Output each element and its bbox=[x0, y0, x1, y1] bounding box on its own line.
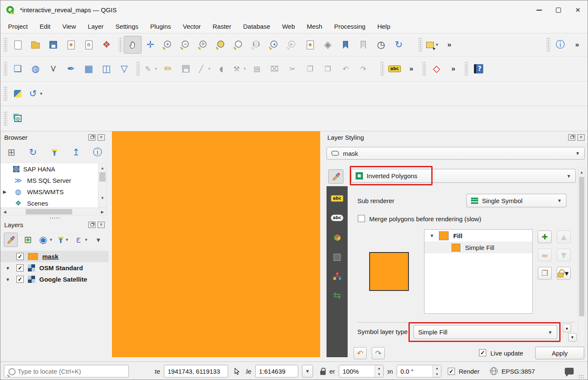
live-update-checkbox[interactable] bbox=[479, 349, 486, 356]
scale-dropdown-button[interactable]: ▼ bbox=[302, 365, 313, 377]
spin-up-icon[interactable]: ▲ bbox=[375, 365, 383, 371]
coordinate-input[interactable] bbox=[164, 365, 228, 377]
reload-plugins-dropdown[interactable]: ▼ bbox=[39, 92, 43, 96]
spin-down-icon[interactable]: ▼ bbox=[375, 371, 383, 377]
menu-edit[interactable]: Edit bbox=[34, 21, 57, 32]
add-web-layer[interactable]: ◍ bbox=[27, 60, 44, 78]
apply-button[interactable]: Apply bbox=[535, 347, 584, 359]
filter-by-expression[interactable]: ε▼ bbox=[74, 233, 88, 247]
spin-up-icon[interactable]: ▲ bbox=[433, 365, 441, 371]
scroll-down-icon[interactable]: ▼ bbox=[568, 333, 577, 342]
show-spatial-bookmarks[interactable] bbox=[354, 36, 372, 54]
add-symbol-layer[interactable]: ✚ bbox=[538, 231, 552, 243]
minimize-button[interactable] bbox=[529, 0, 549, 19]
new-memory-layer[interactable]: ▦ bbox=[80, 60, 98, 78]
layers-more-caret[interactable]: ▾ bbox=[92, 233, 105, 247]
open-layer-styling-panel[interactable] bbox=[4, 233, 18, 247]
manage-map-themes[interactable]: ◉▼ bbox=[38, 233, 53, 247]
filter-legend[interactable]: ▼ bbox=[56, 233, 70, 247]
renderer-selector[interactable]: Inverted Polygons ▼ bbox=[351, 169, 576, 183]
browser-item-wms-wmts[interactable]: ▶◍WMS/WMTS bbox=[0, 186, 98, 198]
map-canvas[interactable] bbox=[112, 131, 320, 357]
browser-float-button[interactable] bbox=[88, 134, 95, 141]
manage-map-themes-dropdown[interactable]: ▼ bbox=[49, 238, 53, 242]
browser-item-ms-sql-server[interactable]: ≫MS SQL Server bbox=[0, 175, 98, 186]
menu-plugins[interactable]: Plugins bbox=[144, 21, 177, 32]
close-button[interactable]: ✕ bbox=[568, 0, 588, 19]
new-shapefile-layer[interactable]: V bbox=[44, 60, 62, 78]
map-views-plugin[interactable]: ◍ bbox=[9, 110, 27, 128]
magnifier-spinbox[interactable]: ▲▼ bbox=[339, 365, 384, 377]
scroll-up-icon[interactable]: ▲ bbox=[563, 324, 571, 332]
crs-status[interactable]: EPSG:3857 bbox=[501, 368, 535, 375]
tab-3d-view[interactable] bbox=[329, 230, 345, 244]
styling-redo-button[interactable]: ↷ bbox=[372, 347, 385, 359]
menu-layer[interactable]: Layer bbox=[82, 21, 110, 32]
pan-map[interactable] bbox=[124, 36, 142, 54]
labels-toolbar[interactable]: abc bbox=[386, 60, 403, 78]
zoom-full[interactable]: ✛ bbox=[195, 36, 212, 54]
browser-item-sap-hana[interactable]: SAP HANA bbox=[0, 163, 98, 175]
resize-grip[interactable] bbox=[578, 375, 584, 380]
new-3d-map-view[interactable]: ◈ bbox=[319, 36, 337, 54]
menu-database[interactable]: Database bbox=[237, 21, 276, 32]
styling-layer-selector[interactable]: mask ▼ bbox=[327, 147, 585, 160]
scroll-thumb[interactable] bbox=[579, 177, 584, 316]
layer-visibility-checkbox[interactable] bbox=[16, 264, 24, 271]
merge-polygons-checkbox[interactable] bbox=[358, 215, 365, 222]
layers-close-button[interactable]: ✕ bbox=[98, 222, 105, 228]
lock-scale-icon[interactable] bbox=[320, 371, 326, 375]
styling-close-button[interactable]: ✕ bbox=[577, 134, 585, 141]
pan-to-selection[interactable]: ✛ bbox=[142, 36, 159, 54]
python-console[interactable] bbox=[9, 85, 27, 103]
rotation-input[interactable] bbox=[397, 366, 433, 377]
styling-scrollbar[interactable]: ▲ bbox=[578, 168, 585, 357]
collapse-icon[interactable]: ▼ bbox=[5, 266, 10, 271]
layer-visibility-checkbox[interactable] bbox=[16, 276, 24, 283]
chevron-down-icon[interactable]: ▼ bbox=[430, 233, 434, 238]
zoom-to-selection[interactable] bbox=[212, 36, 230, 54]
browser-close-button[interactable]: ✕ bbox=[98, 134, 105, 141]
menu-web[interactable]: Web bbox=[276, 21, 301, 32]
scroll-up-icon[interactable]: ▲ bbox=[578, 168, 585, 176]
magnifier-input[interactable] bbox=[339, 366, 375, 377]
new-geopackage-layer[interactable]: ✒ bbox=[62, 60, 80, 78]
new-virtual-layer[interactable]: ◫ bbox=[98, 60, 115, 78]
menu-project[interactable]: Project bbox=[2, 21, 34, 32]
help[interactable]: ? bbox=[470, 60, 487, 78]
layer-item-osm-standard[interactable]: ▼OSM Standard bbox=[0, 262, 109, 274]
layers-float-button[interactable] bbox=[88, 222, 95, 228]
render-checkbox[interactable] bbox=[448, 368, 455, 375]
layer-item-google-satellite[interactable]: ▼Google Satellite bbox=[0, 274, 109, 285]
scroll-right-icon[interactable]: ▶ bbox=[98, 208, 106, 215]
open-project[interactable] bbox=[27, 36, 44, 54]
toggle-editing[interactable]: ✏ bbox=[159, 60, 177, 78]
tab-callouts[interactable]: abc bbox=[329, 211, 345, 225]
tab-diagrams[interactable] bbox=[329, 269, 345, 283]
browser-collapse-all[interactable]: ↥ bbox=[68, 145, 84, 160]
show-layout-manager[interactable]: ⚙ bbox=[80, 36, 98, 54]
scroll-thumb[interactable] bbox=[26, 209, 72, 214]
new-project[interactable] bbox=[9, 36, 27, 54]
menu-processing[interactable]: Processing bbox=[328, 21, 371, 32]
digitize-line-dropdown[interactable]: ▼ bbox=[207, 67, 211, 71]
layer-visibility-checkbox[interactable] bbox=[16, 253, 24, 260]
tab-labels[interactable]: abc bbox=[329, 191, 345, 206]
zoom-to-layer[interactable] bbox=[230, 36, 248, 54]
locator-search[interactable] bbox=[4, 365, 129, 377]
collapse-icon[interactable]: ▼ bbox=[5, 277, 10, 282]
select-features[interactable]: ▼ bbox=[424, 36, 441, 54]
rotation-spinbox[interactable]: ▲▼ bbox=[397, 365, 441, 377]
add-group[interactable]: ⊞ bbox=[21, 233, 35, 247]
symbol-layer-row[interactable]: Simple Fill bbox=[425, 242, 532, 253]
menu-raster[interactable]: Raster bbox=[207, 21, 237, 32]
save-project[interactable] bbox=[44, 36, 62, 54]
style-manager[interactable]: ❖ bbox=[98, 36, 115, 54]
geometry-checker[interactable]: ◇ bbox=[427, 60, 445, 78]
browser-refresh[interactable]: ↻ bbox=[25, 145, 41, 160]
filter-by-expression-dropdown[interactable]: ▼ bbox=[84, 238, 88, 242]
open-data-source-manager[interactable]: ❏ bbox=[9, 60, 27, 78]
plugins-toolbar-overflow[interactable]: » bbox=[451, 65, 455, 73]
attributes-toolbar-overflow[interactable]: » bbox=[447, 41, 451, 49]
browser-add-selected-layers[interactable]: ⊞ bbox=[4, 145, 19, 160]
